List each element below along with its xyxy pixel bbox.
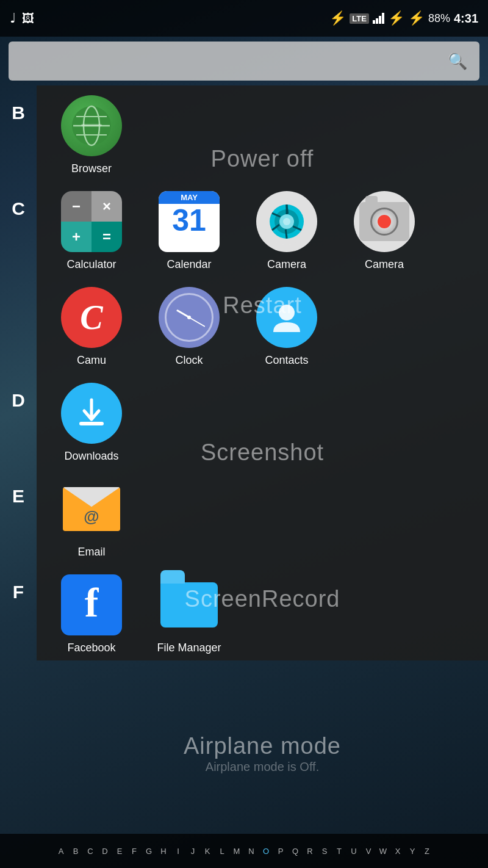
calculator-label: Calculator <box>66 258 116 271</box>
section-letter-d: D <box>0 373 37 469</box>
alpha-e[interactable]: E <box>113 847 126 856</box>
svg-point-17 <box>279 305 295 320</box>
app-downloads[interactable]: Downloads <box>43 373 140 469</box>
svg-rect-5 <box>81 124 102 126</box>
camera2-dot <box>378 215 391 228</box>
browser-svg <box>70 104 113 147</box>
section-e: E @ Email <box>0 469 488 565</box>
folder-tab <box>160 570 185 584</box>
section-letter-e: E <box>0 469 37 565</box>
browser-label: Browser <box>71 162 112 175</box>
calendar-icon: MAY 31 <box>159 191 220 252</box>
section-f: F f Facebook File Manager <box>0 565 488 660</box>
svg-rect-18 <box>79 422 104 425</box>
section-c: C − × + = Calculator MAY 31 Calendar <box>0 181 488 373</box>
alpha-z[interactable]: Z <box>420 847 434 856</box>
sections-container: B Browser C <box>0 85 488 834</box>
status-bar: ♩ 🖼 ⚡ LTE ⚡ ⚡ 88% 4:31 <box>0 0 488 37</box>
section-c-apps: − × + = Calculator MAY 31 Calendar <box>37 181 488 373</box>
facebook-f: f <box>85 579 99 627</box>
section-d-apps: Downloads <box>37 373 488 469</box>
alpha-l[interactable]: L <box>215 847 229 856</box>
facebook-icon: f <box>61 574 122 635</box>
app-contacts[interactable]: Contacts <box>238 277 336 373</box>
battery-percentage: 88% <box>428 12 450 25</box>
app-camu[interactable]: C Camu <box>43 277 140 373</box>
app-email[interactable]: @ Email <box>43 469 140 565</box>
image-icon: 🖼 <box>22 12 34 26</box>
camera2-bump <box>365 196 378 204</box>
calc-equals: = <box>92 222 122 252</box>
svg-point-10 <box>283 218 290 225</box>
clock-face <box>165 293 214 342</box>
alpha-r[interactable]: R <box>303 847 317 856</box>
alpha-a[interactable]: A <box>54 847 68 856</box>
section-letter-f: F <box>0 565 37 660</box>
calculator-icon: − × + = <box>61 191 122 252</box>
browser-icon <box>61 95 122 156</box>
camu-icon: C <box>61 287 122 348</box>
calendar-month: MAY <box>159 191 220 204</box>
email-label: Email <box>77 546 105 559</box>
alpha-t[interactable]: T <box>332 847 346 856</box>
clock-label: Clock <box>175 354 203 367</box>
camera2-body <box>359 202 409 241</box>
search-bar[interactable]: 🔍 <box>9 42 479 81</box>
camu-letter: C <box>80 298 102 337</box>
clock-minute-hand <box>189 317 206 327</box>
alpha-i[interactable]: I <box>171 847 185 856</box>
app-browser[interactable]: Browser <box>43 85 140 181</box>
alpha-y[interactable]: Y <box>406 847 419 856</box>
app-facebook[interactable]: f Facebook <box>43 565 140 660</box>
camera2-lens <box>370 208 398 236</box>
facebook-label: Facebook <box>67 642 115 654</box>
contacts-svg <box>268 299 305 336</box>
calc-plus: + <box>61 222 92 252</box>
alpha-s[interactable]: S <box>318 847 331 856</box>
alpha-b[interactable]: B <box>69 847 82 856</box>
alpha-j[interactable]: J <box>186 847 199 856</box>
bottom-spacer <box>0 660 488 709</box>
calc-times: × <box>92 191 122 222</box>
downloads-svg <box>72 394 111 433</box>
folder-body <box>160 582 218 627</box>
app-file-manager[interactable]: File Manager <box>140 565 238 660</box>
app-calendar[interactable]: MAY 31 Calendar <box>140 181 238 277</box>
alpha-n[interactable]: N <box>245 847 258 856</box>
clock-time: 4:31 <box>454 12 478 26</box>
alpha-f[interactable]: F <box>127 847 141 856</box>
alpha-c[interactable]: C <box>84 847 97 856</box>
signal-bars-icon <box>373 13 384 24</box>
file-manager-icon <box>159 574 220 635</box>
app-camera1[interactable]: Camera <box>238 181 336 277</box>
alpha-d[interactable]: D <box>98 847 112 856</box>
camu-label: Camu <box>77 354 106 367</box>
alpha-g[interactable]: G <box>142 847 156 856</box>
alpha-x[interactable]: X <box>391 847 404 856</box>
camera1-label: Camera <box>267 258 306 271</box>
calendar-label: Calendar <box>167 258 211 271</box>
alpha-k[interactable]: K <box>201 847 214 856</box>
section-letter-c: C <box>0 181 37 373</box>
alpha-p[interactable]: P <box>274 847 287 856</box>
app-camera2[interactable]: Camera <box>336 181 433 277</box>
alpha-u[interactable]: U <box>347 847 361 856</box>
alpha-v[interactable]: V <box>362 847 375 856</box>
alpha-w[interactable]: W <box>376 847 390 856</box>
lte-badge: LTE <box>350 13 369 24</box>
section-d: D Downloads <box>0 373 488 469</box>
section-letter-b: B <box>0 85 37 181</box>
app-clock[interactable]: Clock <box>140 277 238 373</box>
calc-minus: − <box>61 191 92 222</box>
alpha-h[interactable]: H <box>157 847 170 856</box>
bolt-circle-icon: ⚡ <box>388 10 404 26</box>
alpha-o[interactable]: O <box>259 847 273 856</box>
alpha-m[interactable]: M <box>230 847 243 856</box>
alpha-q[interactable]: Q <box>289 847 302 856</box>
clock-icon <box>159 287 220 348</box>
section-b: B Browser <box>0 85 488 181</box>
downloads-icon <box>61 383 122 444</box>
email-envelope: @ <box>63 487 120 531</box>
app-calculator[interactable]: − × + = Calculator <box>43 181 140 277</box>
file-manager-label: File Manager <box>157 642 221 654</box>
